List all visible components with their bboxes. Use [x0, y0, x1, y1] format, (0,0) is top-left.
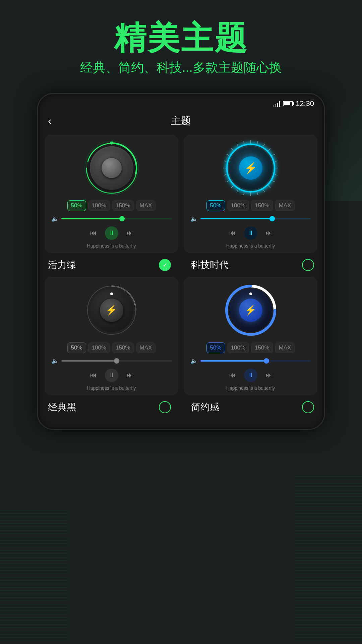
status-bar: 12:30	[38, 94, 324, 111]
volume-icon-gray: 🔈	[51, 357, 59, 365]
pct-buttons-gray: 50% 100% 150% MAX	[50, 342, 173, 353]
slider-gray[interactable]	[61, 360, 172, 362]
pause-btn-blue[interactable]: ⏸	[244, 369, 257, 382]
theme-grid-row1: 50% 100% 150% MAX 🔈 ⏮ ⏸ ⏭ Happiness is a…	[38, 135, 324, 253]
prev-btn-blue[interactable]: ⏮	[229, 371, 236, 379]
knob-area-green	[50, 141, 173, 195]
radio-cyan-unchecked[interactable]	[302, 259, 314, 271]
theme-name-gray: 经典黑	[48, 401, 76, 414]
pct-btn-100-gray[interactable]: 100%	[88, 342, 110, 353]
page-title: 主题	[171, 114, 191, 128]
svg-line-25	[224, 161, 226, 161]
svg-line-14	[272, 180, 275, 182]
next-btn-gray[interactable]: ⏭	[126, 371, 133, 379]
svg-marker-0	[279, 101, 280, 107]
pct-btn-50-gray[interactable]: 50%	[67, 342, 86, 353]
slider-row-blue: 🔈	[189, 357, 312, 365]
prev-btn-green[interactable]: ⏮	[90, 229, 97, 237]
radio-gray-unchecked[interactable]	[159, 401, 171, 413]
volume-icon-cyan: 🔈	[190, 215, 198, 222]
next-btn-green[interactable]: ⏭	[126, 229, 133, 237]
theme-name-blue: 简约感	[191, 401, 219, 414]
theme-card-gray[interactable]: ⚡ 50% 100% 150% MAX 🔈	[45, 277, 178, 395]
svg-line-23	[224, 174, 226, 175]
knob-area-blue: ⚡	[189, 283, 312, 337]
theme-card-green[interactable]: 50% 100% 150% MAX 🔈 ⏮ ⏸ ⏭ Happiness is a…	[45, 135, 178, 253]
pause-btn-green[interactable]: ⏸	[105, 226, 118, 240]
pct-btn-150-green[interactable]: 150%	[112, 200, 134, 211]
battery-icon	[283, 101, 293, 106]
playback-gray: ⏮ ⏸ ⏭	[50, 369, 173, 382]
theme-label-blue-row: 简约感	[181, 395, 324, 419]
signal-icon	[273, 101, 280, 107]
radio-green-checked[interactable]: ✓	[159, 259, 171, 271]
pct-btn-max-gray[interactable]: MAX	[136, 342, 156, 353]
pct-btn-150-cyan[interactable]: 150%	[251, 200, 273, 211]
pct-btn-100-green[interactable]: 100%	[88, 200, 110, 211]
back-button[interactable]: ‹	[48, 115, 52, 127]
pct-btn-max-green[interactable]: MAX	[136, 200, 156, 211]
svg-line-28	[237, 144, 238, 146]
pct-btn-max-cyan[interactable]: MAX	[275, 200, 295, 211]
knob-center-cyan: ⚡	[239, 156, 262, 180]
svg-line-20	[237, 190, 238, 192]
playback-green: ⏮ ⏸ ⏭	[50, 226, 173, 240]
svg-marker-1	[277, 103, 278, 107]
playback-cyan: ⏮ ⏸ ⏭	[189, 226, 312, 240]
status-time: 12:30	[296, 99, 314, 108]
bg-decoration-bottom-left	[0, 510, 67, 644]
svg-line-8	[263, 144, 264, 146]
status-icons: 12:30	[273, 99, 314, 108]
bolt-icon-cyan: ⚡	[244, 162, 257, 174]
song-title-gray: Happiness is a butterfly	[50, 385, 173, 391]
pct-btn-150-gray[interactable]: 150%	[112, 342, 134, 353]
slider-cyan[interactable]	[200, 218, 311, 219]
phone-mockup: 12:30 ‹ 主题	[37, 93, 325, 430]
slider-blue[interactable]	[200, 360, 311, 362]
volume-icon-blue: 🔈	[190, 357, 198, 365]
theme-card-blue[interactable]: ⚡ 50% 100% 150% MAX 🔈	[184, 277, 317, 395]
next-btn-blue[interactable]: ⏭	[265, 371, 272, 379]
pct-btn-50-blue[interactable]: 50%	[206, 342, 225, 353]
prev-btn-cyan[interactable]: ⏮	[229, 229, 236, 237]
pct-btn-50-cyan[interactable]: 50%	[206, 200, 225, 211]
pct-btn-50-green[interactable]: 50%	[67, 200, 86, 211]
theme-label-gray-row: 经典黑	[38, 395, 181, 419]
pct-btn-150-blue[interactable]: 150%	[251, 342, 273, 353]
header-section: 精美主题 经典、简约、科技...多款主题随心换	[0, 0, 362, 83]
knob-dot-gray	[110, 292, 113, 295]
theme-card-cyan[interactable]: ⚡ 50% 100% 150% MAX 🔈	[184, 135, 317, 253]
svg-line-11	[275, 161, 278, 161]
slider-row-green: 🔈	[50, 215, 173, 222]
theme-name-green: 活力绿	[48, 259, 76, 271]
pct-btn-100-cyan[interactable]: 100%	[227, 200, 249, 211]
pause-btn-gray[interactable]: ⏸	[105, 369, 118, 382]
pct-btn-100-blue[interactable]: 100%	[227, 342, 249, 353]
knob-center-green	[102, 158, 122, 178]
svg-line-19	[243, 192, 244, 195]
svg-line-7	[257, 141, 258, 144]
svg-line-10	[272, 154, 275, 155]
theme-label-green-row: 活力绿 ✓	[38, 253, 181, 277]
svg-line-26	[227, 154, 229, 155]
knob-area-cyan: ⚡	[189, 141, 312, 195]
knob-dot-blue	[249, 292, 252, 295]
knob-area-gray: ⚡	[50, 283, 173, 337]
playback-blue: ⏮ ⏸ ⏭	[189, 369, 312, 382]
svg-line-17	[257, 192, 258, 195]
pct-btn-max-blue[interactable]: MAX	[275, 342, 295, 353]
theme-labels-row2: 经典黑 简约感	[38, 395, 324, 419]
pause-btn-cyan[interactable]: ⏸	[244, 226, 257, 240]
svg-line-22	[227, 180, 229, 182]
theme-label-cyan-row: 科技时代	[181, 253, 324, 277]
slider-green[interactable]	[61, 218, 172, 219]
next-btn-cyan[interactable]: ⏭	[265, 229, 272, 237]
radio-blue-unchecked[interactable]	[302, 401, 314, 413]
svg-line-13	[275, 174, 278, 175]
knob-cyan-wrapper: ⚡	[229, 146, 273, 190]
prev-btn-gray[interactable]: ⏮	[90, 371, 97, 379]
knob-green	[90, 146, 133, 190]
svg-line-16	[263, 190, 264, 192]
knob-gray-wrapper: ⚡	[90, 288, 133, 332]
knob-cyan: ⚡	[229, 146, 273, 190]
